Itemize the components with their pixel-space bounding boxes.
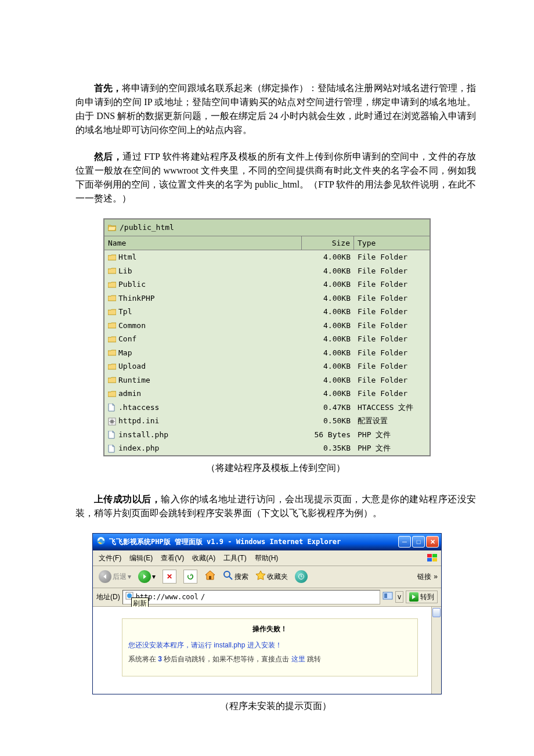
forward-button[interactable]: ▾ bbox=[136, 569, 158, 584]
file-name: Upload bbox=[118, 361, 146, 372]
folder-icon bbox=[108, 322, 116, 329]
ftp-row: httpd.ini0.50KB配置设置 bbox=[104, 414, 430, 428]
ie-app-icon bbox=[96, 536, 106, 548]
col-name: Name bbox=[104, 236, 302, 250]
compat-icon[interactable] bbox=[383, 591, 393, 603]
address-input[interactable]: http://www.cool刷新 / bbox=[122, 590, 380, 604]
ie-addressbar: 地址(D) http://www.cool刷新 / v 转到 bbox=[93, 588, 441, 607]
ftp-path-bar: /public_html bbox=[104, 219, 430, 236]
file-icon bbox=[108, 431, 116, 438]
file-name: Conf bbox=[118, 333, 136, 345]
msg-link-here[interactable]: 这里 bbox=[291, 655, 305, 663]
file-size: 4.00KB bbox=[302, 305, 354, 318]
file-name: Tpl bbox=[118, 306, 132, 318]
paragraph-2: 然后，通过 FTP 软件将建站程序及模板的所有文件上传到你所申请到的空间中，文件… bbox=[0, 150, 534, 206]
menu-file[interactable]: 文件(F) bbox=[95, 552, 125, 564]
maximize-button[interactable]: □ bbox=[412, 536, 425, 548]
file-name: Common bbox=[118, 320, 146, 332]
svg-point-8 bbox=[224, 571, 230, 577]
file-name: admin bbox=[118, 388, 141, 399]
file-name: Runtime bbox=[118, 375, 150, 386]
file-name: index.php bbox=[118, 442, 159, 454]
ftp-listing-screenshot: /public_html Name Size Type Html4.00KBFi… bbox=[103, 218, 431, 456]
file-size: 4.00KB bbox=[302, 292, 354, 305]
file-type: PHP 文件 bbox=[354, 429, 430, 441]
menu-favorites[interactable]: 收藏(A) bbox=[189, 552, 219, 564]
forward-icon bbox=[138, 570, 151, 583]
file-type: 配置设置 bbox=[354, 415, 430, 427]
back-button[interactable]: 后退 ▾ bbox=[96, 569, 134, 584]
svg-rect-3 bbox=[427, 554, 432, 557]
folder-icon bbox=[108, 336, 116, 343]
file-name: Lib bbox=[118, 265, 132, 277]
stop-button[interactable]: ✕ bbox=[160, 568, 179, 585]
file-size: 4.00KB bbox=[302, 374, 354, 387]
home-icon bbox=[204, 570, 216, 584]
ftp-row: index.php0.35KBPHP 文件 bbox=[104, 441, 430, 455]
menu-tools[interactable]: 工具(T) bbox=[220, 552, 250, 564]
folder-icon bbox=[108, 308, 116, 315]
refresh-button[interactable] bbox=[181, 568, 200, 585]
svg-line-9 bbox=[229, 577, 232, 579]
file-type: HTACCESS 文件 bbox=[354, 401, 430, 414]
ftp-row: Runtime4.00KBFile Folder bbox=[104, 373, 430, 387]
ie-titlebar: 飞飞影视系统PHP版 管理面版 v1.9 - Windows Internet … bbox=[93, 534, 441, 550]
file-name: httpd.ini bbox=[118, 415, 159, 427]
menu-help[interactable]: 帮助(H) bbox=[251, 552, 282, 564]
ftp-rows: Html4.00KBFile FolderLib4.00KBFile Folde… bbox=[104, 250, 430, 455]
ftp-row: Lib4.00KBFile Folder bbox=[104, 264, 430, 278]
file-name: ThinkPHP bbox=[118, 293, 155, 304]
menu-view[interactable]: 查看(V) bbox=[157, 552, 187, 564]
file-name: install.php bbox=[118, 429, 168, 441]
folder-icon bbox=[108, 281, 116, 288]
file-type: File Folder bbox=[354, 292, 430, 305]
go-button[interactable]: 转到 bbox=[406, 591, 438, 603]
favorites-button[interactable]: 收藏夹 bbox=[253, 569, 290, 585]
windows-flag-icon bbox=[426, 553, 439, 563]
document-page: 首先，将申请到的空间跟域名联系起来（绑定操作）：登陆域名注册网站对域名进行管理，… bbox=[0, 0, 534, 756]
caption-2: （程序未安装的提示页面） bbox=[0, 699, 534, 713]
file-size: 0.35KB bbox=[302, 442, 354, 455]
ftp-columns-header: Name Size Type bbox=[104, 236, 430, 251]
file-type: File Folder bbox=[354, 374, 430, 387]
folder-icon bbox=[108, 267, 116, 274]
svg-point-1 bbox=[110, 420, 114, 423]
links-label[interactable]: 链接 bbox=[417, 571, 431, 582]
file-size: 56 Bytes bbox=[302, 429, 354, 441]
file-name: Map bbox=[118, 347, 132, 359]
file-type: File Folder bbox=[354, 278, 430, 291]
file-type: File Folder bbox=[354, 333, 430, 345]
menu-edit[interactable]: 编辑(E) bbox=[126, 552, 156, 564]
ie-menubar: 文件(F) 编辑(E) 查看(V) 收藏(A) 工具(T) 帮助(H) bbox=[93, 550, 441, 566]
file-type: File Folder bbox=[354, 251, 430, 264]
ftp-current-path: /public_html bbox=[120, 222, 174, 233]
address-label: 地址(D) bbox=[96, 592, 120, 602]
ftp-row: Conf4.00KBFile Folder bbox=[104, 332, 430, 346]
file-size: 4.00KB bbox=[302, 251, 354, 264]
close-button[interactable]: ✕ bbox=[426, 536, 439, 548]
home-button[interactable] bbox=[202, 568, 218, 585]
msg-line-2: 系统将在 3 秒后自动跳转，如果不想等待，直接点击 这里 跳转 bbox=[128, 654, 412, 664]
folder-icon bbox=[108, 390, 116, 397]
scrollbar[interactable] bbox=[431, 607, 441, 694]
minimize-button[interactable]: ─ bbox=[398, 536, 411, 548]
history-button[interactable] bbox=[293, 569, 310, 584]
search-icon bbox=[223, 570, 233, 584]
ie-content-area: 操作失败！ 您还没安装本程序，请运行 install.php 进入安装！ 系统将… bbox=[93, 607, 441, 694]
file-type: File Folder bbox=[354, 387, 430, 400]
folder-icon bbox=[108, 376, 116, 383]
paragraph-1: 首先，将申请到的空间跟域名联系起来（绑定操作）：登陆域名注册网站对域名进行管理，… bbox=[0, 81, 534, 137]
svg-rect-14 bbox=[384, 593, 387, 598]
star-icon bbox=[255, 570, 266, 584]
ftp-row: admin4.00KBFile Folder bbox=[104, 387, 430, 401]
caption-1: （将建站程序及模板上传到空间） bbox=[0, 461, 534, 475]
search-button[interactable]: 搜索 bbox=[221, 569, 251, 585]
file-type: File Folder bbox=[354, 265, 430, 278]
ie-title-text: 飞飞影视系统PHP版 管理面版 v1.9 - Windows Internet … bbox=[109, 537, 395, 547]
para1-lead: 首先， bbox=[94, 83, 122, 93]
file-name: Html bbox=[118, 251, 136, 263]
go-arrow-icon bbox=[409, 592, 418, 602]
file-size: 4.00KB bbox=[302, 360, 354, 373]
ftp-row: Html4.00KBFile Folder bbox=[104, 250, 430, 264]
addr-dropdown[interactable]: v bbox=[395, 591, 403, 603]
